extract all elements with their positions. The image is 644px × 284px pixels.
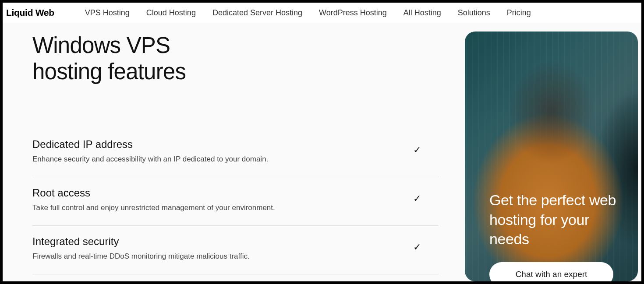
nav-all-hosting[interactable]: All Hosting [403, 8, 441, 18]
chat-with-expert-button[interactable]: Chat with an expert [489, 262, 613, 281]
nav-solutions[interactable]: Solutions [458, 8, 490, 18]
feature-title: Integrated security [32, 235, 250, 248]
nav-dedicated-server-hosting[interactable]: Dedicated Server Hosting [212, 8, 302, 18]
logo[interactable]: Liquid Web [6, 7, 54, 18]
headline-line-2: hosting features [32, 59, 186, 84]
feature-desc: Firewalls and real-time DDoS monitoring … [32, 251, 250, 262]
nav-pricing[interactable]: Pricing [507, 8, 531, 18]
headline-line-1: Windows VPS [32, 33, 170, 58]
header: Liquid Web VPS Hosting Cloud Hosting Ded… [3, 3, 641, 23]
page-title: Windows VPS hosting features [32, 32, 439, 85]
feature-row: Root access Take full control and enjoy … [32, 177, 439, 226]
nav-cloud-hosting[interactable]: Cloud Hosting [146, 8, 196, 18]
feature-desc: Take full control and enjoy unrestricted… [32, 203, 275, 213]
feature-row: Dedicated IP address Enhance security an… [32, 129, 439, 177]
feature-title: Dedicated IP address [32, 138, 268, 151]
check-icon: ✓ [413, 242, 421, 253]
check-icon: ✓ [413, 193, 421, 204]
check-icon: ✓ [413, 144, 421, 156]
feature-title: Root access [32, 187, 275, 199]
promo-card: Get the perfect web hosting for your nee… [465, 32, 638, 281]
nav-vps-hosting[interactable]: VPS Hosting [85, 8, 130, 18]
promo-text: Get the perfect web hosting for your nee… [489, 190, 620, 249]
main-content: Windows VPS hosting features Dedicated I… [3, 23, 465, 281]
nav-wordpress-hosting[interactable]: WordPress Hosting [319, 8, 387, 18]
main-nav: VPS Hosting Cloud Hosting Dedicated Serv… [85, 8, 531, 18]
feature-row: Integrated security Firewalls and real-t… [32, 226, 439, 274]
feature-desc: Enhance security and accessibility with … [32, 154, 268, 165]
